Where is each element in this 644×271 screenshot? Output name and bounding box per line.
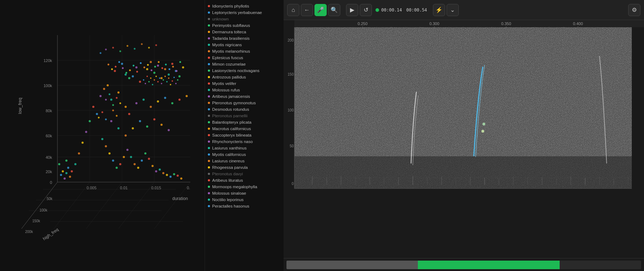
legend-item[interactable]: Perimyotis subflavus xyxy=(205,22,284,29)
play-icon: ▶ xyxy=(350,6,354,13)
svg-point-46 xyxy=(139,81,141,83)
legend-item[interactable]: Eptesicus fuscus xyxy=(205,54,284,61)
legend-item[interactable]: Dermanura tolteca xyxy=(205,29,284,35)
svg-point-102 xyxy=(144,152,146,154)
svg-point-119 xyxy=(108,64,109,66)
progress-track[interactable] xyxy=(286,261,641,269)
svg-point-63 xyxy=(89,120,91,122)
svg-point-132 xyxy=(154,66,156,68)
legend-item[interactable]: Balantiopteryx plicata xyxy=(205,119,284,125)
legend-label: Rhynchonycteris naso xyxy=(212,139,253,144)
svg-text:50: 50 xyxy=(290,144,294,148)
svg-point-168 xyxy=(159,77,160,79)
home-button[interactable]: ⌂ xyxy=(287,4,299,16)
legend-item[interactable]: Pteronotus parnellii xyxy=(205,113,284,119)
spectrogram-area[interactable]: 0.250 0.300 0.350 0.400 xyxy=(284,20,644,258)
svg-point-79 xyxy=(178,99,181,101)
loop-icon: ↺ xyxy=(364,6,368,13)
right-panel: ⌂ ← 🎤 🔍 ▶ ↺ 00:00.14 00:00.54 ⚡ ⌄ xyxy=(284,0,644,271)
settings-icon: ⚙ xyxy=(632,6,637,13)
svg-point-114 xyxy=(65,172,67,174)
bolt-button[interactable]: ⚡ xyxy=(433,4,445,16)
legend-item[interactable]: Antrozous pallidus xyxy=(205,74,284,80)
svg-point-95 xyxy=(119,163,121,165)
back-button[interactable]: ← xyxy=(301,4,313,16)
left-panel: 120k 100k 80k 60k 40k 20k 0 0.005 0.01 0… xyxy=(0,0,284,271)
svg-point-96 xyxy=(123,156,125,158)
svg-text:200k: 200k xyxy=(25,230,33,234)
svg-point-150 xyxy=(100,52,102,54)
chevron-icon: ⌄ xyxy=(450,6,455,13)
legend-item[interactable]: Peractalles hasonus xyxy=(205,203,284,209)
legend-item[interactable]: Saccopteryx bilineata xyxy=(205,132,284,138)
legend-item[interactable]: Lasiurus xanthinus xyxy=(205,145,284,151)
legend-item[interactable]: Pteronotus davyi xyxy=(205,171,284,177)
svg-text:60k: 60k xyxy=(46,134,52,138)
mic-button[interactable]: 🎤 xyxy=(314,4,327,16)
chevron-button[interactable]: ⌄ xyxy=(447,4,459,16)
legend-item[interactable]: Artibeus lituratus xyxy=(205,177,284,184)
legend-item[interactable]: Lasiurus cinereus xyxy=(205,158,284,164)
search-button[interactable]: 🔍 xyxy=(328,4,340,16)
legend-dot xyxy=(208,153,210,156)
svg-point-138 xyxy=(176,70,178,72)
svg-rect-208 xyxy=(294,156,632,189)
settings-button[interactable]: ⚙ xyxy=(628,4,640,16)
legend-item[interactable]: Macrotus californicus xyxy=(205,125,284,132)
legend-dot xyxy=(208,166,210,168)
legend-item[interactable]: Molossus rufus xyxy=(205,87,284,93)
legend-item[interactable]: Myotis nigricans xyxy=(205,42,284,48)
legend-dot xyxy=(208,199,210,201)
legend-item[interactable]: Noctilio leporinus xyxy=(205,196,284,203)
bolt-icon: ⚡ xyxy=(435,6,443,13)
svg-point-68 xyxy=(71,170,73,172)
legend-label: Pteronotus parnellii xyxy=(212,114,247,118)
legend-label: Mimon cozumelae xyxy=(212,62,246,66)
svg-point-162 xyxy=(148,81,150,82)
svg-point-148 xyxy=(116,97,118,99)
legend-item[interactable]: Myotis melanorhinus xyxy=(205,48,284,54)
legend-item[interactable]: Tadarida brasiliensis xyxy=(205,35,284,42)
legend-item[interactable]: Idionycteris phyllotis xyxy=(205,3,284,9)
legend-item[interactable]: Mormoops megalophylla xyxy=(205,184,284,190)
svg-point-73 xyxy=(135,102,137,104)
legend-item[interactable]: Rhynchonycteris naso xyxy=(205,138,284,145)
svg-point-164 xyxy=(152,84,153,85)
legend-item[interactable]: Molossus sinaloae xyxy=(205,190,284,196)
legend-item[interactable]: Myotis californicus xyxy=(205,151,284,158)
species-legend[interactable]: Idionycteris phyllotisLeptonycteris yerb… xyxy=(205,0,284,271)
svg-point-163 xyxy=(150,77,151,79)
svg-point-160 xyxy=(145,83,146,84)
svg-text:0.: 0. xyxy=(187,186,190,190)
legend-item[interactable]: Myotis velifer xyxy=(205,80,284,87)
legend-label: Pteronotus gymnonotus xyxy=(212,101,256,105)
svg-point-134 xyxy=(162,67,163,69)
svg-point-86 xyxy=(146,125,148,128)
legend-item[interactable]: Artibeus jamaicensis xyxy=(205,93,284,100)
play-button[interactable]: ▶ xyxy=(346,4,358,16)
time-display: 00:00.14 00:00.54 xyxy=(375,8,427,13)
legend-item[interactable]: Pteronotus gymnonotus xyxy=(205,100,284,106)
legend-item[interactable]: Mimon cozumelae xyxy=(205,61,284,67)
legend-item[interactable]: Rhogeessa parvula xyxy=(205,164,284,171)
svg-text:0.250: 0.250 xyxy=(358,22,368,26)
svg-point-117 xyxy=(60,174,62,176)
legend-label: Saccopteryx bilineata xyxy=(212,133,251,137)
svg-point-122 xyxy=(118,61,120,63)
svg-point-166 xyxy=(155,76,157,77)
svg-point-49 xyxy=(157,65,159,67)
svg-point-156 xyxy=(141,43,143,45)
svg-text:0.01: 0.01 xyxy=(120,186,127,190)
legend-item[interactable]: unknown xyxy=(205,16,284,22)
svg-point-85 xyxy=(139,120,141,122)
legend-label: Tadarida brasiliensis xyxy=(212,36,249,41)
time-end: 00:00.54 xyxy=(406,8,427,13)
progress-area[interactable] xyxy=(284,258,644,271)
svg-point-82 xyxy=(117,127,120,129)
legend-item[interactable]: Leptonycteris yerbabuenae xyxy=(205,9,284,16)
legend-item[interactable]: Lasionycteris noctivagans xyxy=(205,67,284,74)
svg-point-66 xyxy=(78,152,80,154)
svg-point-172 xyxy=(166,81,168,82)
legend-item[interactable]: Desmodus rotundus xyxy=(205,106,284,113)
loop-button[interactable]: ↺ xyxy=(360,4,372,16)
